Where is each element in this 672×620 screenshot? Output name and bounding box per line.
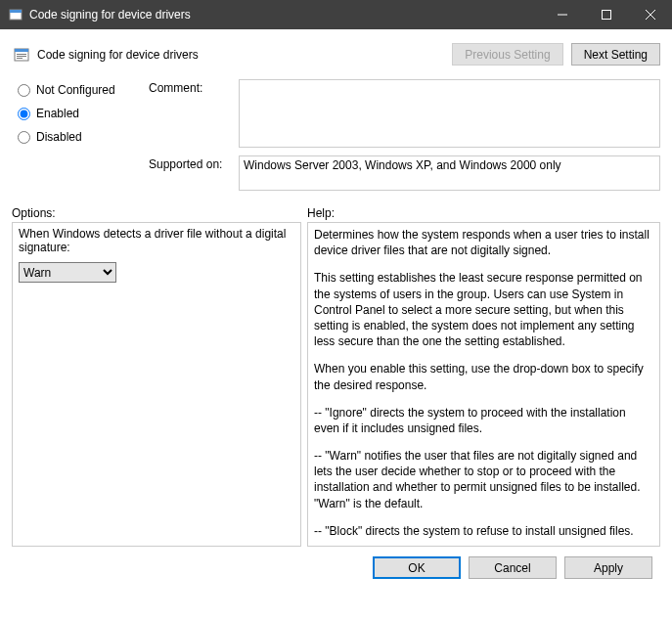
help-text: Determines how the system responds when … — [314, 227, 653, 258]
close-button[interactable] — [628, 0, 672, 29]
help-text: -- "Warn" notifies the user that files a… — [314, 448, 653, 511]
maximize-button[interactable] — [584, 0, 628, 29]
svg-rect-3 — [602, 11, 610, 20]
comment-input[interactable] — [239, 79, 660, 148]
help-text: -- "Block" directs the system to refuse … — [314, 523, 653, 539]
options-section-label: Options: — [12, 206, 307, 220]
help-pane: Determines how the system responds when … — [307, 222, 660, 547]
state-radio-group: Not Configured Enabled Disabled — [18, 79, 133, 191]
enabled-radio[interactable] — [18, 108, 30, 120]
disabled-radio[interactable] — [18, 131, 30, 144]
window-title: Code signing for device drivers — [29, 8, 540, 22]
previous-setting-button: Previous Setting — [452, 43, 562, 66]
svg-rect-7 — [15, 49, 28, 52]
signature-action-dropdown[interactable]: IgnoreWarnBlock — [19, 262, 116, 283]
header: Code signing for device drivers Previous… — [0, 29, 672, 79]
apply-button[interactable]: Apply — [564, 556, 652, 579]
enabled-label[interactable]: Enabled — [36, 107, 79, 120]
app-icon — [8, 7, 23, 22]
options-description: When Windows detects a driver file witho… — [19, 227, 294, 254]
section-labels: Options: Help: — [0, 199, 672, 222]
ok-button[interactable]: OK — [373, 556, 461, 579]
help-text: -- "Ignore" directs the system to procee… — [314, 405, 653, 436]
help-text: When you enable this setting, use the dr… — [314, 361, 653, 392]
comment-label: Comment: — [149, 79, 229, 148]
config-area: Not Configured Enabled Disabled Comment:… — [0, 79, 672, 199]
help-section-label: Help: — [307, 206, 335, 220]
options-pane: When Windows detects a driver file witho… — [12, 222, 301, 547]
cancel-button[interactable]: Cancel — [469, 556, 557, 579]
not-configured-radio[interactable] — [18, 84, 30, 97]
svg-rect-1 — [10, 10, 22, 13]
page-title: Code signing for device drivers — [37, 48, 452, 62]
panes: When Windows detects a driver file witho… — [0, 222, 672, 547]
supported-on-value: Windows Server 2003, Windows XP, and Win… — [239, 155, 660, 191]
help-text: This setting establishes the least secur… — [314, 270, 653, 349]
next-setting-button[interactable]: Next Setting — [571, 43, 660, 66]
not-configured-label[interactable]: Not Configured — [36, 83, 115, 97]
policy-icon — [14, 47, 29, 63]
svg-rect-9 — [17, 56, 26, 57]
supported-on-label: Supported on: — [149, 155, 229, 191]
svg-rect-8 — [17, 54, 26, 55]
disabled-label[interactable]: Disabled — [36, 130, 82, 144]
titlebar: Code signing for device drivers — [0, 0, 672, 29]
minimize-button[interactable] — [540, 0, 584, 29]
svg-rect-10 — [17, 58, 22, 59]
footer-buttons: OK Cancel Apply — [0, 547, 672, 579]
